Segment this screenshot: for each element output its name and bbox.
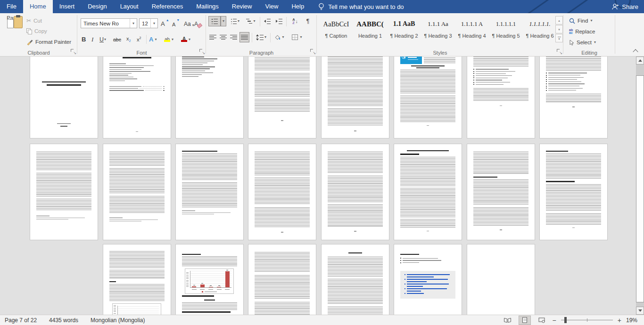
tab-file[interactable]: File [0, 0, 23, 13]
tab-insert[interactable]: Insert [53, 0, 82, 13]
tab-references[interactable]: References [145, 0, 190, 13]
subscript-button[interactable]: x2 [126, 34, 131, 44]
select-dropdown-arrow[interactable]: ▾ [594, 41, 596, 44]
document-page-12[interactable] [248, 144, 316, 240]
document-page-7[interactable] [467, 57, 535, 138]
font-color-arrow[interactable]: ▾ [189, 38, 190, 41]
font-size-combo[interactable]: 12 ▾ [139, 18, 158, 28]
hyperlink-line[interactable] [407, 274, 450, 275]
font-name-dropdown-arrow[interactable]: ▾ [130, 19, 137, 28]
document-page-5[interactable] [321, 57, 389, 138]
document-page-2[interactable] [103, 57, 171, 138]
document-page-20[interactable] [321, 244, 389, 315]
replace-button[interactable]: abac Replace [569, 27, 595, 36]
align-left-button[interactable] [208, 32, 217, 42]
borders-button[interactable]: ▾ [290, 32, 304, 42]
highlight-arrow[interactable]: ▾ [172, 38, 173, 41]
print-layout-button[interactable] [519, 316, 531, 325]
document-page-14[interactable] [394, 144, 462, 240]
tell-me-box[interactable]: Tell me what you want to do [318, 0, 404, 13]
styles-scroll-up-button[interactable]: ▴ [555, 16, 563, 24]
zoom-in-button[interactable]: + [618, 317, 621, 324]
strikethrough-button[interactable]: abc [113, 34, 121, 44]
borders-arrow[interactable]: ▾ [300, 35, 302, 39]
numbering-button[interactable]: ▾ [229, 16, 242, 26]
bold-button[interactable]: B [82, 34, 89, 44]
zoom-out-button[interactable]: − [553, 317, 556, 324]
style-item-heading2[interactable]: 1.1 AaB¶ Heading 2 [388, 16, 421, 53]
share-button[interactable]: Share [611, 0, 638, 13]
document-page-3[interactable] [175, 57, 244, 138]
document-page-4[interactable] [248, 57, 316, 138]
tab-view[interactable]: View [258, 0, 285, 13]
tab-design[interactable]: Design [81, 0, 113, 13]
highlight-button[interactable]: ab ▾ [164, 34, 173, 44]
style-item-heading3[interactable]: 1.1.1 Aa¶ Heading 3 [421, 16, 454, 53]
align-right-button[interactable] [229, 32, 238, 42]
document-page-8[interactable] [539, 57, 608, 138]
hyperlink-line[interactable] [407, 276, 434, 277]
document-page-9[interactable] [30, 144, 98, 240]
find-button[interactable]: Find ▾ [569, 16, 592, 25]
read-mode-button[interactable] [502, 316, 514, 325]
font-name-combo[interactable]: Times New Ro ▾ [81, 18, 137, 28]
superscript-button[interactable]: x2 [137, 34, 141, 44]
select-button[interactable]: Select ▾ [569, 38, 596, 47]
hyperlink-line[interactable] [407, 293, 424, 294]
styles-dialog-launcher[interactable]: ↘ [557, 49, 562, 54]
bullets-button[interactable] [208, 16, 221, 26]
collapse-ribbon-chevron[interactable] [633, 49, 638, 54]
style-item-heading1[interactable]: AABBC(Heading 1 [354, 16, 387, 53]
multilevel-list-button[interactable]: ▾ [244, 16, 258, 26]
page-indicator[interactable]: Page 7 of 22 [5, 317, 37, 324]
document-page-16[interactable] [539, 144, 608, 240]
tab-mailings[interactable]: Mailings [190, 0, 225, 13]
change-case-button[interactable]: Aa ▾ [184, 18, 194, 28]
underline-button[interactable]: U ▾ [99, 34, 106, 44]
document-page-10[interactable] [103, 144, 171, 240]
tab-layout[interactable]: Layout [114, 0, 145, 13]
clipboard-dialog-launcher[interactable]: ↘ [71, 49, 76, 54]
find-dropdown-arrow[interactable]: ▾ [590, 19, 592, 23]
justify-button[interactable] [239, 32, 249, 42]
show-hide-pilcrow-button[interactable]: ¶ [304, 16, 312, 26]
hyperlink-line[interactable] [407, 286, 423, 287]
styles-scroll-down-button[interactable]: ▾ [555, 25, 563, 33]
multilevel-arrow[interactable]: ▾ [253, 19, 255, 23]
zoom-slider[interactable] [561, 317, 613, 323]
underline-dropdown-arrow[interactable]: ▾ [104, 38, 106, 41]
style-item-caption[interactable]: AaBbCcI¶ Caption [320, 16, 353, 53]
font-dialog-launcher[interactable]: ↘ [199, 49, 205, 54]
tab-help[interactable]: Help [285, 0, 311, 13]
hyperlink-line[interactable] [407, 291, 421, 292]
document-page-15[interactable] [467, 144, 535, 240]
hyperlink-line[interactable] [407, 284, 449, 284]
sort-button[interactable]: A Z ↓ [289, 16, 301, 26]
format-painter-button[interactable]: Format Painter [26, 37, 71, 47]
line-spacing-button[interactable]: ▾ [254, 32, 268, 42]
document-page-21[interactable] [394, 244, 462, 315]
document-canvas[interactable] [0, 57, 636, 315]
hyperlink-line[interactable] [407, 281, 427, 282]
cut-button[interactable]: ✂ Cut [26, 16, 42, 25]
style-item-heading5[interactable]: 1.1.1.1.1¶ Heading 5 [489, 16, 522, 53]
grow-font-button[interactable]: A ▲ [161, 18, 169, 28]
document-page-6[interactable] [394, 57, 462, 138]
scrollbar-thumb[interactable] [636, 75, 644, 302]
document-page-13[interactable] [321, 144, 389, 240]
scroll-down-button[interactable] [636, 307, 644, 315]
numbering-arrow[interactable]: ▾ [238, 19, 239, 23]
text-effects-button[interactable]: A ▾ [149, 34, 157, 44]
shading-arrow[interactable]: ▾ [282, 35, 284, 39]
tab-review[interactable]: Review [225, 0, 259, 13]
text-effects-arrow[interactable]: ▾ [155, 38, 157, 41]
zoom-slider-thumb[interactable] [564, 317, 567, 323]
hyperlink-line[interactable] [407, 279, 448, 280]
increase-indent-button[interactable] [274, 16, 284, 26]
tab-home[interactable]: Home [23, 0, 53, 13]
word-count[interactable]: 4435 words [49, 317, 78, 324]
font-color-button[interactable]: A ▾ [181, 34, 190, 44]
hyperlink-line[interactable] [407, 288, 447, 289]
style-item-heading6[interactable]: 1.1.1.1.1.¶ Heading 6 [523, 16, 556, 53]
clear-formatting-button[interactable]: A [194, 18, 202, 28]
